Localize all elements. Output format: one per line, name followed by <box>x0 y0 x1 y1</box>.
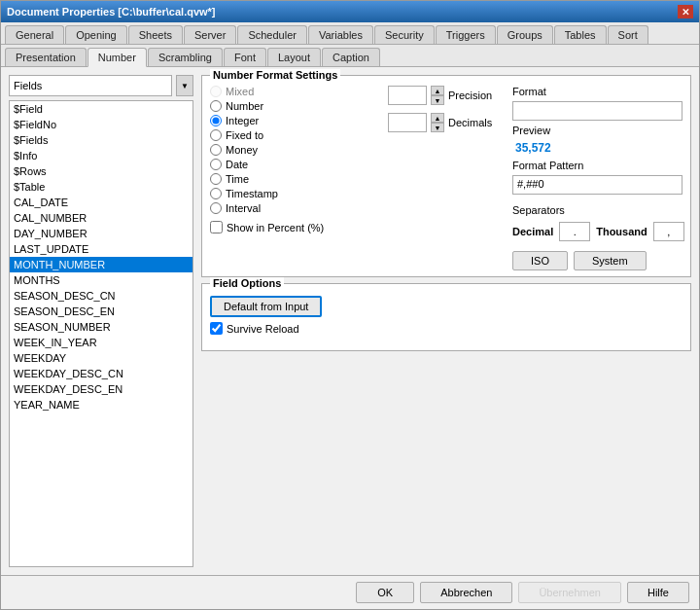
list-item[interactable]: MONTH_NUMBER <box>10 257 192 272</box>
list-item[interactable]: SEASON_DESC_EN <box>10 304 192 319</box>
tab-security[interactable]: Security <box>374 25 435 44</box>
help-button[interactable]: Hilfe <box>627 582 689 603</box>
left-panel: Fields ▼ $Field$FieldNo$Fields$Info$Rows… <box>9 75 193 567</box>
tab-scheduler[interactable]: Scheduler <box>237 25 307 44</box>
decimal-label: Decimal <box>512 226 553 237</box>
tab-scrambling[interactable]: Scrambling <box>148 48 223 66</box>
tab-font[interactable]: Font <box>224 48 266 66</box>
precision-up-arrow[interactable]: ▲ <box>431 86 444 95</box>
decimals-down-arrow[interactable]: ▼ <box>431 123 444 132</box>
iso-system-row: ISO System <box>512 251 682 270</box>
survive-reload-row: Survive Reload <box>210 322 682 335</box>
precision-label: Precision <box>448 90 492 101</box>
default-from-input-button[interactable]: Default from Input <box>210 296 322 317</box>
ok-button[interactable]: OK <box>356 582 414 603</box>
format-label-row: Format <box>512 86 682 97</box>
tab-presentation[interactable]: Presentation <box>5 48 87 66</box>
iso-button[interactable]: ISO <box>512 251 568 270</box>
tab-tables[interactable]: Tables <box>554 25 607 44</box>
list-item[interactable]: DAY_NUMBER <box>10 226 192 241</box>
tab-server[interactable]: Server <box>184 25 236 44</box>
apply-button[interactable]: Übernehmen <box>518 582 621 603</box>
list-item[interactable]: SEASON_NUMBER <box>10 319 192 335</box>
preview-value: 35,572 <box>512 140 682 156</box>
list-item[interactable]: WEEK_IN_YEAR <box>10 335 192 350</box>
label-mixed: Mixed <box>226 86 254 97</box>
survive-reload-checkbox[interactable] <box>210 322 223 335</box>
list-item[interactable]: MONTHS <box>10 272 192 288</box>
label-time: Time <box>226 173 249 185</box>
option-date: Date <box>210 159 380 170</box>
field-options-group: Field Options Default from Input Survive… <box>201 283 691 351</box>
tab-row-2: Presentation Number Scrambling Font Layo… <box>1 45 699 67</box>
option-integer: Integer <box>210 115 380 126</box>
decimals-input[interactable] <box>388 113 427 132</box>
tab-sort[interactable]: Sort <box>608 25 648 44</box>
precision-down-arrow[interactable]: ▼ <box>431 95 444 105</box>
tab-sheets[interactable]: Sheets <box>128 25 183 44</box>
field-options-content: Default from Input Survive Reload <box>210 296 682 335</box>
thousand-input[interactable] <box>653 222 684 241</box>
number-format-title: Number Format Settings <box>210 69 340 81</box>
format-input[interactable] <box>512 101 682 121</box>
list-item[interactable]: LAST_UPDATE <box>10 241 192 257</box>
list-item[interactable]: WEEKDAY <box>10 350 192 366</box>
list-item[interactable]: $Table <box>10 179 192 195</box>
format-label: Format <box>512 86 546 97</box>
option-time: Time <box>210 173 380 185</box>
tab-layout[interactable]: Layout <box>267 48 321 66</box>
tab-general[interactable]: General <box>5 25 64 44</box>
tab-variables[interactable]: Variables <box>308 25 373 44</box>
list-item[interactable]: WEEKDAY_DESC_CN <box>10 366 192 381</box>
list-item[interactable]: YEAR_NAME <box>10 397 192 413</box>
survive-reload-label: Survive Reload <box>227 323 299 335</box>
option-timestamp: Timestamp <box>210 188 380 199</box>
label-number: Number <box>226 100 263 112</box>
thousand-label: Thousand <box>596 226 648 237</box>
decimals-arrows: ▲ ▼ <box>431 113 444 132</box>
number-format-row: Mixed Number Integer <box>210 86 682 270</box>
list-item[interactable]: SEASON_DESC_CN <box>10 288 192 304</box>
list-item[interactable]: $FieldNo <box>10 117 192 132</box>
title-bar: Document Properties [C:\buffer\cal.qvw*]… <box>1 1 699 22</box>
main-window: Document Properties [C:\buffer\cal.qvw*]… <box>0 0 700 610</box>
tab-number[interactable]: Number <box>88 48 147 67</box>
show-percent-checkbox[interactable] <box>210 221 223 233</box>
precision-arrows: ▲ ▼ <box>431 86 444 105</box>
decimal-input[interactable] <box>559 222 590 241</box>
show-percent-label: Show in Percent (%) <box>227 222 324 233</box>
number-format-group: Number Format Settings Mixed Number <box>201 75 691 277</box>
precision-input[interactable] <box>388 86 427 105</box>
option-interval: Interval <box>210 202 380 214</box>
preview-label-row: Preview <box>512 125 682 136</box>
fields-select[interactable]: Fields <box>9 75 172 96</box>
tab-caption[interactable]: Caption <box>322 48 380 66</box>
content-area: Fields ▼ $Field$FieldNo$Fields$Info$Rows… <box>1 67 699 575</box>
list-item[interactable]: CAL_DATE <box>10 195 192 210</box>
fields-dropdown: Fields ▼ <box>9 75 193 96</box>
pattern-value: #,##0 <box>517 178 544 190</box>
tab-groups[interactable]: Groups <box>497 25 553 44</box>
label-date: Date <box>226 159 248 170</box>
list-item[interactable]: $Field <box>10 101 192 117</box>
list-item[interactable]: WEEKDAY_DESC_EN <box>10 381 192 397</box>
separators-label: Separators <box>512 204 565 216</box>
tab-opening[interactable]: Opening <box>65 25 127 44</box>
window-title: Document Properties [C:\buffer\cal.qvw*] <box>7 6 216 18</box>
format-pattern-box: #,##0 <box>512 175 682 195</box>
system-button[interactable]: System <box>574 251 647 270</box>
label-fixed: Fixed to <box>226 129 263 141</box>
decimals-row: ▲ ▼ Decimals <box>388 113 505 132</box>
close-button[interactable]: ✕ <box>678 5 693 18</box>
list-item[interactable]: $Fields <box>10 132 192 148</box>
list-item[interactable]: $Rows <box>10 163 192 179</box>
dropdown-arrow-icon[interactable]: ▼ <box>176 75 193 96</box>
decimals-up-arrow[interactable]: ▲ <box>431 113 444 123</box>
decimals-label: Decimals <box>448 117 492 128</box>
option-fixed: Fixed to <box>210 129 380 141</box>
list-item[interactable]: CAL_NUMBER <box>10 210 192 226</box>
tab-triggers[interactable]: Triggers <box>436 25 496 44</box>
list-item[interactable]: $Info <box>10 148 192 163</box>
fields-list[interactable]: $Field$FieldNo$Fields$Info$Rows$TableCAL… <box>9 100 193 567</box>
cancel-button[interactable]: Abbrechen <box>420 582 512 603</box>
